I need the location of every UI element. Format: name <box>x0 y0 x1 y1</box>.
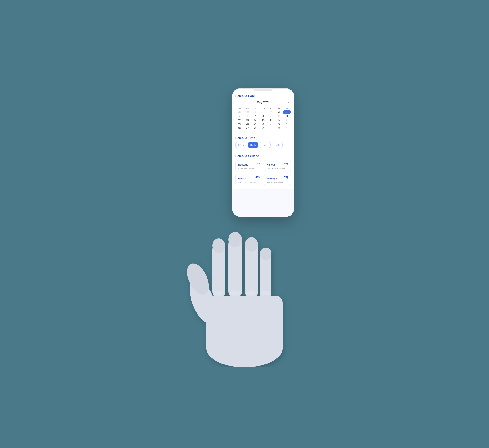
calendar-day-1-4[interactable]: 9 <box>267 114 275 118</box>
svg-point-9 <box>245 237 258 252</box>
svg-point-15 <box>261 291 270 296</box>
app-content: Select a Date ‹ May 2024 › Su Mo <box>232 91 294 189</box>
calendar-day-2-5[interactable]: 17 <box>275 118 283 122</box>
svg-point-13 <box>230 291 240 296</box>
time-slots: 15:1515:4516:1516:45 <box>236 142 291 148</box>
service-name-3: Massage <box>267 177 277 180</box>
svg-rect-1 <box>206 296 283 355</box>
service-desc-2: Get a fresh new look. <box>238 181 260 184</box>
calendar-day-1-6[interactable]: 11 <box>283 114 291 118</box>
time-slot-3[interactable]: 16:45 <box>272 142 283 148</box>
phone-notch <box>253 88 273 91</box>
service-price-2: 55$ <box>255 176 260 179</box>
calendar-day-0-3[interactable]: 1 <box>259 110 267 114</box>
calendar-day-2-2[interactable]: 14 <box>251 118 259 122</box>
calendar-day-0-5[interactable]: 3 <box>275 110 283 114</box>
service-price-3: 75$ <box>284 176 288 179</box>
calendar-day-3-2[interactable]: 21 <box>251 122 259 126</box>
svg-point-7 <box>228 232 242 247</box>
calendar-day-3-1[interactable]: 20 <box>243 122 251 126</box>
calendar-week-4: 2627282930311 <box>236 126 291 130</box>
calendar-day-4-1[interactable]: 27 <box>243 126 251 130</box>
divider-1 <box>232 134 294 134</box>
calendar-day-0-1[interactable]: 29 <box>243 110 251 114</box>
calendar-day-3-6[interactable]: 25 <box>283 122 291 126</box>
calendar-prev-button[interactable]: ‹ <box>236 100 240 105</box>
weekday-th: Th <box>267 107 275 110</box>
calendar-day-1-5[interactable]: 10 <box>275 114 283 118</box>
time-section-title: Select a Time <box>236 136 291 140</box>
time-slot-2[interactable]: 16:15 <box>260 142 270 148</box>
service-name-0: Massage <box>238 163 248 166</box>
calendar-day-4-4[interactable]: 30 <box>267 126 275 130</box>
calendar-weekdays-row: Su Mo Tu We Th Fr Sa <box>236 107 291 110</box>
service-desc-3: Relax and unwind. <box>267 181 288 184</box>
calendar-day-4-3[interactable]: 29 <box>259 126 267 130</box>
calendar-day-1-1[interactable]: 6 <box>243 114 251 118</box>
svg-point-12 <box>213 291 224 296</box>
weekday-mo: Mo <box>243 107 251 110</box>
scene: Select a Date ‹ May 2024 › Su Mo <box>137 81 352 367</box>
services-section-title: Select a Service <box>236 154 291 158</box>
phone: Select a Date ‹ May 2024 › Su Mo <box>232 88 294 217</box>
calendar-day-0-0[interactable]: 28 <box>236 110 243 114</box>
calendar-day-1-2[interactable]: 7 <box>251 114 259 118</box>
phone-screen[interactable]: Select a Date ‹ May 2024 › Su Mo <box>232 91 294 217</box>
calendar-section-title: Select a Date <box>236 94 291 98</box>
calendar-week-0: 2829301234 <box>236 110 291 114</box>
service-price-0: 75$ <box>255 162 260 165</box>
service-name-1: Haircut <box>267 163 275 166</box>
weekday-sa: Sa <box>283 107 291 110</box>
calendar-day-2-3[interactable]: 15 <box>259 118 267 122</box>
calendar-week-2: 12131415161718 <box>236 118 291 122</box>
calendar-week-3: 19202122232425 <box>236 122 291 126</box>
calendar-day-2-6[interactable]: 18 <box>283 118 291 122</box>
weekday-tu: Tu <box>251 107 259 110</box>
calendar-day-1-0[interactable]: 5 <box>236 114 243 118</box>
services-grid: Massage75$Relax and unwind.Haircut55$Get… <box>236 160 291 186</box>
calendar-day-0-6[interactable]: 4 <box>283 110 291 114</box>
service-price-1: 55$ <box>284 162 288 165</box>
calendar-month: May 2024 <box>257 101 269 104</box>
svg-point-14 <box>246 291 257 296</box>
calendar-next-button[interactable]: › <box>286 100 290 105</box>
calendar-header: ‹ May 2024 › <box>236 100 291 105</box>
service-card-3[interactable]: Massage75$Relax and unwind. <box>264 174 291 186</box>
calendar-day-2-1[interactable]: 13 <box>243 118 251 122</box>
calendar-day-0-2[interactable]: 30 <box>251 110 259 114</box>
calendar-day-2-4[interactable]: 16 <box>267 118 275 122</box>
calendar-week-1: 567891011 <box>236 114 291 118</box>
weekday-fr: Fr <box>275 107 283 110</box>
service-card-2[interactable]: Haircut55$Get a fresh new look. <box>236 174 262 186</box>
svg-point-5 <box>212 239 225 253</box>
calendar-day-4-6[interactable]: 1 <box>283 126 291 130</box>
divider-2 <box>232 152 294 152</box>
time-slot-0[interactable]: 15:15 <box>236 142 246 148</box>
calendar-grid: Su Mo Tu We Th Fr Sa 2829301234 <box>236 107 291 130</box>
weekday-su: Su <box>236 107 243 110</box>
service-card-0[interactable]: Massage75$Relax and unwind. <box>236 160 262 172</box>
service-desc-0: Relax and unwind. <box>238 168 260 170</box>
calendar-day-4-2[interactable]: 28 <box>251 126 259 130</box>
service-name-2: Haircut <box>238 177 246 180</box>
calendar-day-1-3[interactable]: 8 <box>259 114 267 118</box>
calendar-day-3-3[interactable]: 22 <box>259 122 267 126</box>
calendar-day-3-0[interactable]: 19 <box>236 122 243 126</box>
calendar-day-4-5[interactable]: 31 <box>275 126 283 130</box>
calendar: ‹ May 2024 › Su Mo Tu We <box>236 100 291 130</box>
calendar-day-0-4[interactable]: 2 <box>267 110 275 114</box>
calendar-day-3-4[interactable]: 23 <box>267 122 275 126</box>
service-card-1[interactable]: Haircut55$Get a fresh new look. <box>264 160 291 172</box>
calendar-day-4-0[interactable]: 26 <box>236 126 243 130</box>
svg-point-11 <box>260 248 271 260</box>
calendar-day-2-0[interactable]: 12 <box>236 118 243 122</box>
calendar-day-3-5[interactable]: 24 <box>275 122 283 126</box>
weekday-we: We <box>259 107 267 110</box>
service-desc-1: Get a fresh new look. <box>267 168 288 170</box>
time-slot-1[interactable]: 15:45 <box>248 142 258 148</box>
